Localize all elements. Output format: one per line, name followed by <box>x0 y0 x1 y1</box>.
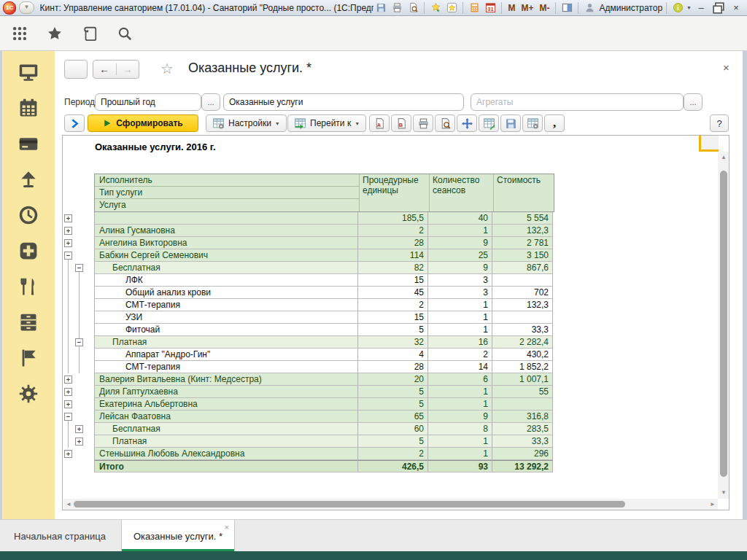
expand-group-icon[interactable]: + <box>75 438 83 446</box>
close-form-button[interactable]: × <box>723 61 729 74</box>
scroll-down-icon[interactable]: ▼ <box>721 490 727 496</box>
table-row[interactable]: +Бесплатная608283,5 <box>63 423 554 435</box>
preview-button[interactable] <box>406 1 420 15</box>
sidebar-item-payment-card[interactable] <box>18 133 39 154</box>
forward-button[interactable]: → <box>117 63 139 75</box>
calendar31-button[interactable]: 31 <box>483 1 498 15</box>
current-user[interactable]: Администратор <box>582 1 662 15</box>
table-row[interactable]: −Бесплатная829867,6 <box>63 262 554 274</box>
app-logo-1c-icon[interactable]: 1C <box>3 1 16 15</box>
table-row[interactable]: УЗИ151 <box>63 311 554 324</box>
horizontal-scrollbar[interactable]: ◄ ► <box>63 499 718 510</box>
scroll-left-icon[interactable]: ◄ <box>66 502 71 508</box>
vertical-scroll-thumb[interactable] <box>720 171 727 477</box>
apps-icon[interactable] <box>9 23 31 44</box>
table-row[interactable]: Итого426,59313 292,2 <box>63 460 554 472</box>
expand-group-icon[interactable]: + <box>64 239 72 247</box>
search-icon[interactable] <box>114 23 136 44</box>
report-name-input[interactable]: Оказанные услуги <box>223 93 464 111</box>
history-icon[interactable] <box>79 23 101 44</box>
generate-report-button[interactable]: Сформировать <box>88 114 198 132</box>
period-input[interactable]: Прошлый год <box>95 93 201 111</box>
table-row[interactable]: Общий анализ крови453702 <box>63 287 554 299</box>
collapse-group-icon[interactable]: − <box>64 413 72 421</box>
expand-group-icon[interactable]: + <box>64 450 72 458</box>
m-minus-button[interactable]: M- <box>537 1 551 15</box>
info-button[interactable]: i <box>670 1 685 15</box>
tab-close-icon[interactable]: × <box>225 523 229 532</box>
collapse-group-icon[interactable]: − <box>75 264 83 272</box>
scroll-up-icon[interactable]: ▲ <box>721 155 727 160</box>
table-row[interactable]: ЛФК153 <box>63 274 554 287</box>
period-picker-button[interactable]: ... <box>201 93 220 111</box>
save-button[interactable] <box>500 114 521 132</box>
table-row[interactable]: +Стеньшина Любовь Александровна21296 <box>63 448 554 460</box>
comma-button[interactable]: , <box>544 114 565 132</box>
favorites-star-icon[interactable] <box>44 23 66 44</box>
expand-group-icon[interactable]: + <box>64 400 72 408</box>
table-row[interactable]: +Ангелина Викторовна2892 781 <box>63 237 554 249</box>
expand-group-icon[interactable]: + <box>64 227 72 235</box>
minimize-button[interactable]: – <box>693 1 709 15</box>
move-button[interactable] <box>457 114 477 132</box>
star-add-button[interactable] <box>428 1 443 15</box>
m-plus-button[interactable]: M+ <box>519 1 535 15</box>
collapse-group-icon[interactable]: − <box>75 338 83 346</box>
calculator-button[interactable] <box>467 1 481 15</box>
close-window-button[interactable]: × <box>728 1 744 15</box>
table-gear-button[interactable] <box>522 114 543 132</box>
sidebar-item-dining[interactable] <box>18 276 39 297</box>
sidebar-item-medical[interactable] <box>18 241 39 261</box>
help-button[interactable]: ? <box>710 114 729 132</box>
horizontal-scroll-thumb[interactable] <box>74 501 625 508</box>
expand-group-icon[interactable]: + <box>64 214 72 222</box>
table-row[interactable]: +Валерия Витальевна (Кинт: Медсестра)206… <box>63 373 554 386</box>
expand-group-icon[interactable]: + <box>75 425 83 433</box>
table-row[interactable]: Фиточай5133,3 <box>63 324 554 336</box>
tab-rendered-services[interactable]: Оказанные услуги. * × <box>121 520 235 552</box>
settings-button[interactable]: Настройки ▼ <box>206 114 287 132</box>
info-caret-icon[interactable]: ▼ <box>686 5 692 10</box>
expand-group-icon[interactable]: + <box>64 376 72 384</box>
split-button[interactable] <box>560 1 574 15</box>
sidebar-item-cabinet[interactable] <box>18 312 39 332</box>
sidebar-item-gears[interactable] <box>18 384 39 404</box>
preview-button[interactable] <box>435 114 455 132</box>
sidebar-item-clock[interactable] <box>18 205 39 225</box>
goto-button[interactable]: Перейти к ▼ <box>287 114 366 132</box>
aggregates-input[interactable]: Агрегаты <box>471 93 684 111</box>
vertical-scrollbar[interactable]: ▲ ▼ <box>718 152 729 499</box>
sidebar-item-lamp[interactable] <box>18 169 39 190</box>
collapse-group-icon[interactable]: − <box>64 252 72 260</box>
main-menu-button[interactable]: ▼ <box>19 1 34 14</box>
sidebar-item-desktop[interactable] <box>18 62 39 82</box>
sidebar-item-calendar[interactable] <box>18 98 39 118</box>
table-row[interactable]: +Екатерина Альбертовна51 <box>63 398 554 411</box>
save-button[interactable] <box>374 1 388 15</box>
print-button[interactable] <box>413 114 433 132</box>
table-row[interactable]: −Лейсан Фаатовна659316,8 <box>63 411 554 423</box>
table-row[interactable]: Аппарат "Андро-Гин"42430,2 <box>63 349 554 361</box>
scroll-right-icon[interactable]: ► <box>710 502 716 508</box>
expand-group-icon[interactable]: + <box>64 388 72 396</box>
table-row[interactable]: −Бабкин Сергей Семенович114253 150 <box>63 249 554 262</box>
table-row[interactable]: +185,5405 554 <box>63 212 554 225</box>
add-favorite-star-icon[interactable]: ☆ <box>160 60 174 77</box>
table-row[interactable]: +Алина Гусмановна21132,3 <box>63 225 554 237</box>
table-edit-button[interactable] <box>479 114 499 132</box>
back-button[interactable]: ← <box>93 63 117 75</box>
copy-b-button[interactable]: B <box>391 114 411 132</box>
table-row[interactable]: +Диля Гаптулхаевна5155 <box>63 386 554 398</box>
home-button[interactable] <box>64 60 88 79</box>
table-row[interactable]: СМТ-терапия21132,3 <box>63 299 554 311</box>
tab-start-page[interactable]: Начальная страница <box>4 520 115 552</box>
star-box-button[interactable] <box>444 1 459 15</box>
copy-a-button[interactable]: A <box>369 114 390 132</box>
aggregates-picker-button[interactable]: ... <box>684 93 703 111</box>
table-row[interactable]: +Платная5133,3 <box>63 435 554 448</box>
table-row[interactable]: −Платная32162 282,4 <box>63 336 554 349</box>
sidebar-item-flag[interactable] <box>18 348 39 368</box>
print-button[interactable] <box>390 1 404 15</box>
restore-button[interactable] <box>711 1 727 15</box>
m-button[interactable]: M <box>506 1 517 15</box>
